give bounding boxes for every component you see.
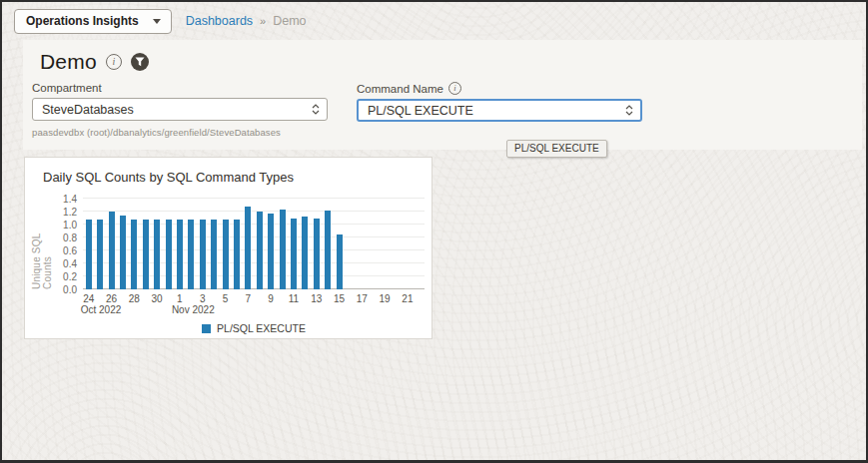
x-tick-label: 19 xyxy=(380,293,391,304)
x-axis: 2426283013579111315171921Oct 2022Nov 202… xyxy=(83,289,425,316)
bar-oct-28[interactable] xyxy=(131,220,137,289)
breadcrumb-current: Demo xyxy=(273,14,306,28)
bar-nov-8[interactable] xyxy=(257,212,263,289)
plot-area: 0.00.20.40.60.81.01.21.4 xyxy=(83,199,425,289)
bar-oct-26[interactable] xyxy=(109,212,115,289)
app-switcher-label: Operations Insights xyxy=(26,14,139,28)
x-tick-label: 7 xyxy=(246,293,252,304)
compartment-select[interactable]: SteveDatabases xyxy=(32,98,328,121)
legend-item[interactable]: PL/SQL EXECUTE xyxy=(202,322,306,334)
select-stepper-icon xyxy=(305,104,327,115)
x-tick-label: 1 xyxy=(177,293,183,304)
info-glyph: i xyxy=(453,84,455,93)
breadcrumb-link-dashboards[interactable]: Dashboards xyxy=(186,14,253,28)
command-name-info-icon[interactable]: i xyxy=(448,82,461,95)
bar-nov-12[interactable] xyxy=(302,217,308,289)
breadcrumb: Dashboards » Demo xyxy=(186,14,307,28)
bar-nov-4[interactable] xyxy=(211,220,217,289)
page-title-row: Demo i xyxy=(23,40,862,74)
chart-legend: PL/SQL EXECUTE xyxy=(83,322,425,334)
top-bar: Operations Insights Dashboards » Demo xyxy=(2,2,866,40)
filter-funnel-icon[interactable] xyxy=(131,53,149,71)
command-name-field: Command Name i PL/SQL EXECUTE PL/SQL EXE… xyxy=(357,82,642,138)
x-tick-label: 5 xyxy=(223,293,229,304)
chart: Unique SQL Counts 0.00.20.40.60.81.01.21… xyxy=(83,199,425,334)
y-tick-label: 1.2 xyxy=(49,207,77,218)
compartment-field: Compartment SteveDatabases paasdevdbx (r… xyxy=(32,82,328,138)
bar-oct-30[interactable] xyxy=(154,220,160,289)
y-tick-label: 1.4 xyxy=(49,194,77,205)
bar-oct-25[interactable] xyxy=(97,220,103,289)
command-name-select[interactable]: PL/SQL EXECUTE xyxy=(357,99,642,122)
y-tick-label: 0.6 xyxy=(49,245,77,256)
gridline xyxy=(83,211,425,212)
x-tick-label: 26 xyxy=(106,293,117,304)
bar-nov-14[interactable] xyxy=(325,211,331,289)
app-switcher-button[interactable]: Operations Insights xyxy=(14,9,172,34)
bar-nov-15[interactable] xyxy=(337,234,343,289)
x-tick-label: 30 xyxy=(152,293,163,304)
chart-title: Daily SQL Counts by SQL Command Types xyxy=(25,158,432,185)
command-name-tooltip: PL/SQL EXECUTE xyxy=(506,140,607,158)
compartment-selected-value: SteveDatabases xyxy=(33,103,305,117)
bar-oct-29[interactable] xyxy=(143,220,149,289)
bar-oct-24[interactable] xyxy=(86,220,92,289)
bar-nov-6[interactable] xyxy=(234,220,240,289)
chart-card: Daily SQL Counts by SQL Command Types Un… xyxy=(24,157,433,339)
bar-oct-31[interactable] xyxy=(166,220,172,289)
bar-nov-7[interactable] xyxy=(245,207,251,289)
y-tick-label: 0.8 xyxy=(49,232,77,243)
info-icon[interactable]: i xyxy=(106,54,122,70)
page-title: Demo xyxy=(40,50,97,74)
command-name-label: Command Name xyxy=(357,83,443,95)
bar-nov-11[interactable] xyxy=(291,219,297,290)
bar-nov-9[interactable] xyxy=(268,214,274,289)
x-tick-label: 24 xyxy=(83,293,94,304)
compartment-path-text: paasdevdbx (root)/dbanalytics/greenfield… xyxy=(32,127,328,138)
x-tick-label: 11 xyxy=(289,293,299,304)
filter-row: Compartment SteveDatabases paasdevdbx (r… xyxy=(32,82,862,138)
breadcrumb-separator-icon: » xyxy=(260,15,266,27)
y-tick-label: 1.0 xyxy=(49,220,77,231)
dashboard-filter-panel: Demo i Compartment SteveDatabases xyxy=(23,40,862,150)
x-tick-label: 9 xyxy=(268,293,274,304)
x-axis-month-label: Oct 2022 xyxy=(81,304,122,315)
y-tick-label: 0.0 xyxy=(49,284,77,295)
caret-down-icon xyxy=(153,19,161,24)
y-tick-label: 0.4 xyxy=(49,258,77,269)
legend-label: PL/SQL EXECUTE xyxy=(217,322,306,334)
select-stepper-icon xyxy=(618,105,640,116)
bar-nov-3[interactable] xyxy=(200,220,206,289)
y-tick-label: 0.2 xyxy=(49,271,77,282)
compartment-label: Compartment xyxy=(32,82,102,94)
x-axis-month-label: Nov 2022 xyxy=(172,304,215,315)
app-window: Operations Insights Dashboards » Demo De… xyxy=(0,0,868,463)
bar-oct-27[interactable] xyxy=(120,216,126,289)
bar-nov-1[interactable] xyxy=(177,220,183,289)
gridline xyxy=(83,198,425,199)
legend-swatch xyxy=(202,324,211,333)
x-tick-label: 17 xyxy=(357,293,368,304)
bar-nov-5[interactable] xyxy=(223,220,229,289)
command-name-selected-value: PL/SQL EXECUTE xyxy=(359,104,618,118)
funnel-glyph xyxy=(135,57,145,67)
info-glyph: i xyxy=(112,57,115,67)
bar-nov-10[interactable] xyxy=(280,210,286,289)
x-tick-label: 28 xyxy=(129,293,140,304)
x-tick-label: 13 xyxy=(311,293,322,304)
x-tick-label: 21 xyxy=(402,293,413,304)
bar-nov-13[interactable] xyxy=(314,219,320,290)
bar-nov-2[interactable] xyxy=(188,220,194,289)
x-tick-label: 3 xyxy=(200,293,206,304)
x-tick-label: 15 xyxy=(334,293,345,304)
